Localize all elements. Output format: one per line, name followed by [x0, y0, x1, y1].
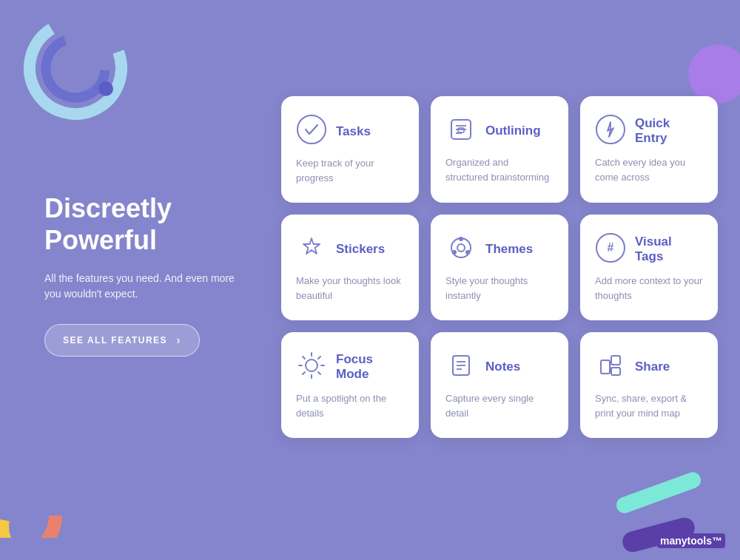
share-icon [595, 350, 626, 384]
see-all-button[interactable]: SEE ALL FEATURES › [44, 324, 200, 357]
card-outlining[interactable]: Outlining Organized and structured brain… [431, 96, 568, 203]
card-outlining-desc: Organized and structured brainstorming [445, 155, 554, 184]
arrow-icon: › [176, 334, 181, 347]
svg-point-15 [459, 237, 463, 241]
card-focus-mode-header: Focus Mode [296, 350, 404, 384]
card-visual-tags[interactable]: # Visual Tags Add more context to your t… [580, 215, 718, 320]
main-heading: Discreetly Powerful [44, 192, 252, 256]
card-quick-entry-desc: Catch every idea you come across [595, 155, 703, 184]
themes-icon [445, 232, 477, 266]
svg-marker-12 [608, 122, 613, 137]
focus-mode-icon [296, 350, 327, 384]
svg-point-17 [452, 250, 457, 254]
card-themes[interactable]: Themes Style your thoughts instantly [431, 215, 568, 320]
quick-entry-icon [595, 114, 626, 148]
card-outlining-header: Outlining [445, 114, 554, 148]
card-stickers-header: Stickers [296, 232, 404, 266]
svg-point-0 [18, 11, 133, 126]
svg-line-26 [318, 372, 320, 374]
card-themes-title: Themes [485, 242, 533, 257]
svg-line-28 [303, 372, 305, 374]
card-share[interactable]: Share Sync, share, export & print your m… [580, 332, 718, 438]
svg-rect-34 [611, 356, 620, 365]
logo-decoration [18, 11, 133, 126]
card-tasks-title: Tasks [336, 124, 371, 139]
left-content: Discreetly Powerful All the features you… [44, 192, 252, 357]
stickers-icon [296, 232, 327, 266]
card-themes-header: Themes [445, 232, 554, 266]
deco-bottom-left [0, 442, 104, 538]
card-focus-mode-title: Focus Mode [336, 352, 404, 382]
svg-rect-35 [611, 368, 620, 375]
card-stickers-desc: Make your thoughts look beautiful [296, 274, 404, 303]
card-stickers[interactable]: Stickers Make your thoughts look beautif… [281, 215, 419, 320]
feature-grid: Tasks Keep track of your progress Outlin… [281, 96, 718, 438]
card-visual-tags-desc: Add more context to your thoughts [595, 274, 703, 303]
card-stickers-title: Stickers [336, 242, 385, 257]
svg-point-16 [465, 250, 470, 254]
card-tasks-desc: Keep track of your progress [296, 156, 404, 185]
visual-tags-icon: # [595, 232, 626, 266]
card-visual-tags-title: Visual Tags [635, 235, 703, 264]
svg-line-25 [303, 357, 305, 359]
svg-rect-10 [458, 128, 464, 132]
card-share-title: Share [635, 360, 670, 374]
card-focus-mode-desc: Put a spotlight on the details [296, 391, 404, 420]
card-tasks[interactable]: Tasks Keep track of your progress [281, 96, 419, 203]
manytools-logo: manytools™ [657, 535, 725, 547]
card-outlining-title: Outlining [485, 124, 541, 138]
card-notes[interactable]: Notes Capture every single detail [431, 332, 568, 438]
deco-circle-top-right [688, 44, 740, 104]
outlining-icon [445, 114, 477, 148]
card-themes-desc: Style your thoughts instantly [445, 274, 554, 303]
page-container: Discreetly Powerful All the features you… [0, 0, 740, 560]
svg-rect-33 [601, 360, 610, 374]
main-subtitle: All the features you need. And even more… [44, 271, 252, 302]
svg-text:#: # [608, 241, 614, 254]
svg-point-14 [457, 244, 465, 252]
cta-label: SEE ALL FEATURES [63, 335, 167, 345]
card-quick-entry-header: Quick Entry [595, 114, 703, 148]
card-tasks-header: Tasks [296, 114, 404, 149]
card-notes-desc: Capture every single detail [445, 391, 554, 420]
card-notes-title: Notes [485, 360, 520, 374]
logo-text: manytools™ [657, 533, 725, 548]
svg-point-2 [98, 81, 113, 96]
card-focus-mode[interactable]: Focus Mode Put a spotlight on the detail… [281, 332, 419, 438]
card-notes-header: Notes [445, 350, 554, 384]
svg-point-20 [306, 360, 317, 371]
card-visual-tags-header: # Visual Tags [595, 232, 703, 266]
tasks-icon [296, 114, 327, 149]
svg-line-27 [318, 357, 320, 359]
card-quick-entry-title: Quick Entry [635, 116, 703, 146]
svg-point-5 [297, 115, 326, 144]
card-share-header: Share [595, 350, 703, 384]
notes-icon [445, 350, 477, 384]
card-quick-entry[interactable]: Quick Entry Catch every idea you come ac… [580, 96, 718, 203]
card-share-desc: Sync, share, export & print your mind ma… [595, 391, 703, 420]
